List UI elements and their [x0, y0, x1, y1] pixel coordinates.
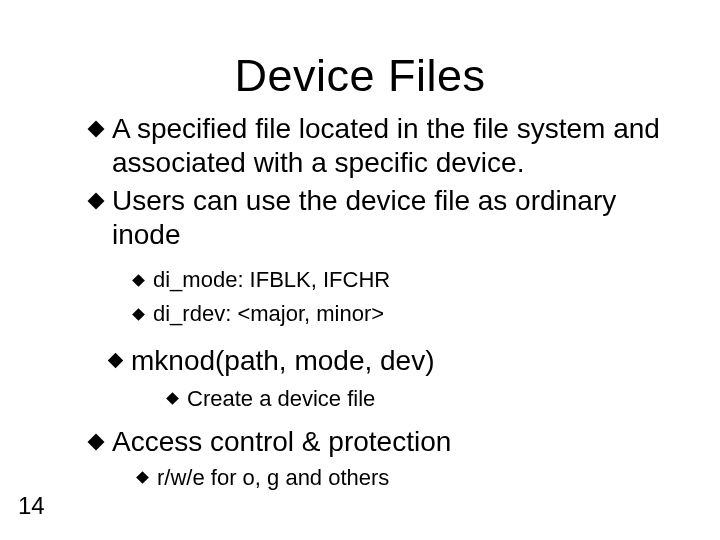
sub-bullet-item: r/w/e for o, g and others: [138, 465, 680, 492]
diamond-bullet-icon: [136, 472, 149, 485]
diamond-bullet-icon: [88, 434, 105, 451]
slide: Device Files A specified file located in…: [0, 0, 720, 540]
slide-body: A specified file located in the file sys…: [90, 112, 680, 492]
bullet-text: Users can use the device file as ordinar…: [112, 184, 680, 252]
sub-bullet-item: Create a device file: [168, 386, 680, 413]
bullet-text: Create a device file: [187, 386, 680, 413]
diamond-bullet-icon: [108, 353, 124, 369]
bullet-item: Users can use the device file as ordinar…: [90, 184, 680, 252]
sub-bullet-item: di_mode: IFBLK, IFCHR: [134, 267, 680, 294]
bullet-item: mknod(path, mode, dev): [110, 344, 680, 378]
diamond-bullet-icon: [132, 274, 145, 287]
sub-bullet-item: di_rdev: <major, minor>: [134, 301, 680, 328]
page-number: 14: [18, 492, 45, 520]
diamond-bullet-icon: [166, 393, 179, 406]
bullet-item: A specified file located in the file sys…: [90, 112, 680, 180]
diamond-bullet-icon: [132, 309, 145, 322]
bullet-text: di_mode: IFBLK, IFCHR: [153, 267, 680, 294]
slide-title: Device Files: [0, 50, 720, 102]
bullet-text: A specified file located in the file sys…: [112, 112, 680, 180]
bullet-text: Access control & protection: [112, 425, 680, 459]
bullet-text: r/w/e for o, g and others: [157, 465, 680, 492]
bullet-text: di_rdev: <major, minor>: [153, 301, 680, 328]
bullet-text: mknod(path, mode, dev): [131, 344, 680, 378]
bullet-item: Access control & protection: [90, 425, 680, 459]
diamond-bullet-icon: [88, 193, 105, 210]
diamond-bullet-icon: [88, 121, 105, 138]
